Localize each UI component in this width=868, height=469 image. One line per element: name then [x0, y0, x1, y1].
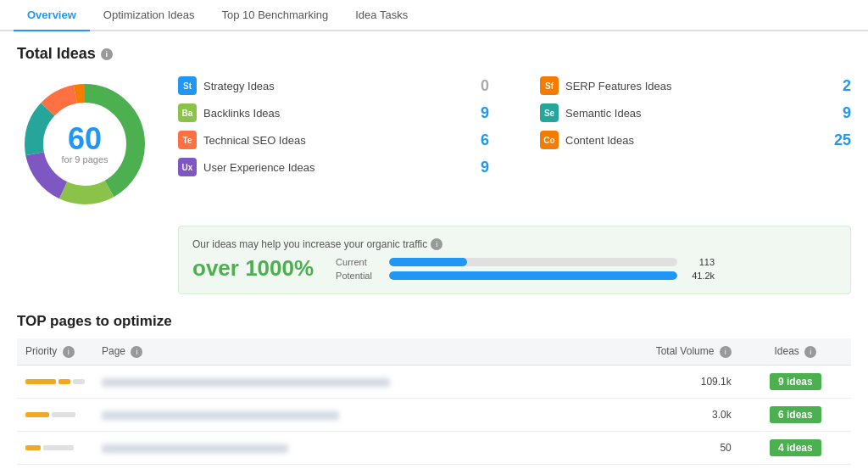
total-ideas-row: 60 for 9 pages St Strategy Ideas 0 Sf SE…: [17, 76, 851, 212]
ideas-grid: St Strategy Ideas 0 Sf SERP Features Ide…: [178, 76, 851, 176]
total-ideas-info-icon[interactable]: i: [101, 48, 113, 60]
label-semantic: Semantic Ideas: [565, 107, 824, 120]
idea-row-technical: Te Technical SEO Ideas 6: [178, 131, 489, 149]
priority-seg: [25, 412, 49, 417]
col-header-volume: Total Volume i: [589, 338, 739, 366]
page-cell-2: [93, 399, 589, 432]
col-header-priority: Priority i: [17, 338, 93, 366]
donut-sub-label: for 9 pages: [61, 154, 108, 165]
main-content: Total Ideas i 60 for 9 p: [0, 31, 868, 469]
idea-row-strategy: St Strategy Ideas 0: [178, 76, 489, 95]
priority-bar-1: [25, 379, 85, 384]
traffic-headline: Our ideas may help you increase your org…: [192, 238, 427, 250]
priority-bar-3: [25, 445, 85, 450]
priority-cell-2: [17, 399, 93, 432]
label-ux: User Experience Ideas: [203, 161, 462, 174]
badge-semantic: Se: [540, 103, 559, 122]
idea-row-backlinks: Ba Backlinks Ideas 9: [178, 103, 489, 122]
label-technical: Technical SEO Ideas: [203, 134, 462, 147]
badge-serp: Sf: [540, 76, 559, 95]
current-bar-track: [389, 258, 677, 266]
potential-value: 41.2k: [684, 271, 715, 281]
url-blur-1: [102, 378, 390, 387]
total-ideas-title: Total Ideas: [17, 45, 96, 63]
potential-bar-fill: [389, 271, 677, 280]
priority-seg: [25, 445, 41, 450]
volume-cell-2: 3.0k: [589, 399, 739, 432]
ideas-info-icon[interactable]: i: [804, 346, 816, 358]
tab-optimization-ideas[interactable]: Optimization Ideas: [90, 0, 209, 31]
count-ux: 9: [469, 159, 489, 176]
current-label: Current: [336, 257, 382, 267]
volume-info-icon[interactable]: i: [720, 346, 732, 358]
label-strategy: Strategy Ideas: [203, 80, 462, 92]
badge-ux: Ux: [178, 158, 197, 176]
label-content: Content Ideas: [565, 134, 824, 147]
current-bar-fill: [389, 258, 467, 266]
volume-cell-1: 109.1k: [589, 366, 739, 399]
col-header-page: Page i: [93, 338, 589, 366]
traffic-banner: Our ideas may help you increase your org…: [178, 226, 851, 294]
count-strategy: 0: [469, 77, 489, 95]
priority-cell-1: [17, 366, 93, 399]
potential-label: Potential: [336, 271, 382, 281]
total-ideas-heading: Total Ideas i: [17, 45, 851, 63]
label-backlinks: Backlinks Ideas: [203, 107, 462, 120]
label-serp: SERP Features Ideas: [565, 80, 824, 92]
top-pages-table: Priority i Page i Total Volume i Ideas i: [17, 338, 851, 465]
page-cell-1: [93, 366, 589, 399]
tab-bar: Overview Optimization Ideas Top 10 Bench…: [0, 0, 868, 31]
tab-top10-benchmarking[interactable]: Top 10 Benchmarking: [209, 0, 342, 31]
priority-seg: [73, 379, 85, 384]
potential-bar-track: [389, 271, 677, 280]
idea-row-ux: Ux User Experience Ideas 9: [178, 158, 489, 176]
priority-seg: [58, 379, 70, 384]
ideas-cell-1: 9 ideas: [740, 366, 851, 399]
traffic-banner-text: Our ideas may help you increase your org…: [192, 238, 837, 250]
traffic-increase-value: over 1000%: [192, 255, 314, 282]
priority-seg: [52, 412, 75, 417]
traffic-info-icon[interactable]: i: [431, 238, 442, 250]
priority-cell-3: [17, 432, 93, 465]
priority-seg: [25, 379, 56, 384]
count-serp: 2: [831, 77, 851, 95]
table-row: 3.0k 6 ideas: [17, 399, 851, 432]
traffic-bars: Current 113 Potential 41.2k: [336, 257, 715, 281]
table-row: 50 4 ideas: [17, 432, 851, 465]
potential-bar-row: Potential 41.2k: [336, 271, 715, 281]
ideas-badge-3: 4 ideas: [770, 439, 821, 456]
url-blur-2: [102, 411, 339, 420]
ideas-badge-1: 9 ideas: [770, 373, 821, 390]
donut-total-count: 60: [61, 124, 108, 154]
table-header-row: Priority i Page i Total Volume i Ideas i: [17, 338, 851, 366]
priority-info-icon[interactable]: i: [63, 346, 75, 358]
idea-row-serp: Sf SERP Features Ideas 2: [540, 76, 851, 95]
page-info-icon[interactable]: i: [131, 346, 142, 358]
idea-row-content: Co Content Ideas 25: [540, 131, 851, 149]
idea-row-semantic: Se Semantic Ideas 9: [540, 103, 851, 122]
volume-cell-3: 50: [589, 432, 739, 465]
priority-seg: [43, 445, 74, 450]
current-value: 113: [684, 257, 715, 267]
donut-chart: 60 for 9 pages: [17, 76, 153, 212]
table-row: 109.1k 9 ideas: [17, 366, 851, 399]
badge-technical: Te: [178, 131, 197, 149]
badge-content: Co: [540, 131, 559, 149]
col-header-ideas: Ideas i: [740, 338, 851, 366]
page-cell-3: [93, 432, 589, 465]
ideas-cell-3: 4 ideas: [740, 432, 851, 465]
count-content: 25: [831, 131, 851, 149]
count-semantic: 9: [831, 104, 851, 122]
badge-strategy: St: [178, 76, 197, 95]
badge-backlinks: Ba: [178, 103, 197, 122]
donut-center: 60 for 9 pages: [61, 124, 108, 165]
tab-idea-tasks[interactable]: Idea Tasks: [342, 0, 421, 31]
current-bar-row: Current 113: [336, 257, 715, 267]
ideas-cell-2: 6 ideas: [740, 399, 851, 432]
count-backlinks: 9: [469, 104, 489, 122]
top-pages-title: TOP pages to optimize: [17, 313, 851, 330]
priority-bar-2: [25, 412, 85, 417]
count-technical: 6: [469, 131, 489, 149]
url-blur-3: [102, 444, 288, 453]
tab-overview[interactable]: Overview: [14, 0, 90, 31]
